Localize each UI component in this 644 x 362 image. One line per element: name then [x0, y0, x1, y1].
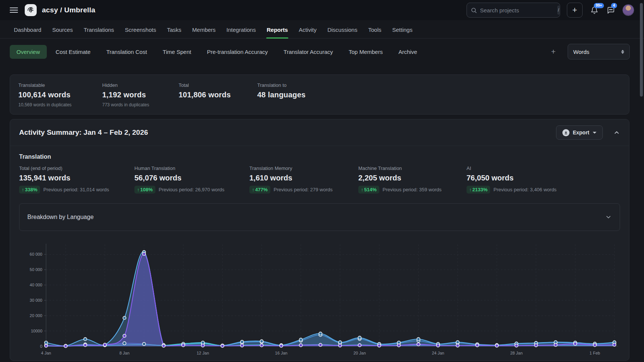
summary-stat-value: 101,806 words	[179, 91, 257, 99]
search-box[interactable]: /	[467, 3, 560, 18]
nav-tab-screenshots[interactable]: Screenshots	[125, 27, 157, 38]
previous-period-text: Previous period: 359 words	[383, 187, 442, 192]
svg-text:24 Jan: 24 Jan	[432, 351, 444, 355]
nav-tab-integrations[interactable]: Integrations	[226, 27, 256, 38]
nav-tab-sources[interactable]: Sources	[52, 27, 73, 38]
summary-stat-note: 773 words in duplicates	[102, 102, 179, 107]
svg-text:12 Jan: 12 Jan	[197, 351, 209, 355]
series-purple-marker	[260, 344, 263, 347]
series-purple-marker	[182, 344, 185, 347]
notifications-button[interactable]: 99+	[589, 5, 599, 15]
subtab-cost-estimate[interactable]: Cost Estimate	[49, 45, 97, 59]
increase-arrow-icon: ↑	[361, 187, 364, 192]
summary-stat: Translation to48 languages	[257, 82, 621, 107]
translation-stat-value: 135,941 words	[19, 174, 134, 182]
export-button[interactable]: Export	[556, 125, 603, 140]
translation-stat-label: Translation Memory	[249, 165, 358, 171]
svg-text:60 000: 60 000	[30, 252, 42, 256]
word-summary-card: Translatable100,614 words10,569 words in…	[10, 74, 629, 115]
delta-value: 514%	[364, 187, 377, 192]
svg-text:0: 0	[40, 344, 42, 349]
page-scrollbar[interactable]	[640, 3, 643, 97]
user-avatar[interactable]	[622, 4, 634, 16]
series-sky-blue-marker	[358, 336, 361, 339]
nav-tab-activity[interactable]: Activity	[298, 27, 317, 38]
series-purple-marker	[534, 344, 537, 347]
series-sky-blue-marker	[319, 332, 322, 335]
download-icon	[562, 129, 569, 136]
messages-button[interactable]: 4	[606, 5, 616, 15]
project-title: acsy / Umbrella	[42, 6, 95, 14]
svg-text:4 Jan: 4 Jan	[41, 351, 51, 355]
subtab-top-members[interactable]: Top Members	[342, 45, 389, 59]
previous-period-text: Previous period: 279 words	[274, 187, 333, 192]
add-report-button[interactable]: +	[547, 46, 560, 58]
subtab-time-spent[interactable]: Time Spent	[156, 45, 198, 59]
nav-tab-reports[interactable]: Reports	[266, 27, 288, 38]
breakdown-by-language-panel[interactable]: Breakdown by Language	[19, 203, 620, 231]
series-sky-blue-marker	[240, 340, 243, 343]
nav-tab-dashboard[interactable]: Dashboard	[13, 27, 42, 38]
series-purple-marker	[437, 344, 440, 347]
activity-chart-svg: 01000020 00030 00040 00050 00060 0004 Ja…	[17, 239, 626, 361]
series-purple-marker	[143, 252, 146, 255]
series-purple-marker	[574, 342, 577, 345]
series-purple-marker	[162, 344, 165, 347]
nav-tab-tasks[interactable]: Tasks	[167, 27, 182, 38]
summary-stat-label: Hidden	[102, 82, 179, 88]
delta-pill: ↑477%	[249, 186, 270, 194]
main-nav: DashboardSourcesTranslationsScreenshotsT…	[0, 20, 644, 39]
nav-tab-tools[interactable]: Tools	[368, 27, 382, 38]
increase-arrow-icon: ↑	[137, 187, 140, 192]
nav-tab-settings[interactable]: Settings	[392, 27, 413, 38]
translation-section-title: Translation	[10, 146, 629, 160]
series-purple-marker	[515, 344, 518, 347]
app-logo-icon[interactable]	[25, 4, 37, 16]
nav-tab-translations[interactable]: Translations	[83, 27, 114, 38]
nav-tab-members[interactable]: Members	[192, 27, 216, 38]
previous-period-text: Previous period: 31,014 words	[43, 187, 109, 192]
activity-header: Activity Summary: Jan 4 – Feb 2, 2026 Ex…	[10, 119, 629, 146]
subtab-pre-translation-accuracy[interactable]: Pre-translation Accuracy	[200, 45, 275, 59]
search-input[interactable]	[480, 7, 555, 13]
menu-icon[interactable]	[10, 7, 18, 13]
subtab-translator-accuracy[interactable]: Translator Accuracy	[277, 45, 340, 59]
subtab-overview[interactable]: Overview	[10, 45, 47, 59]
series-purple-marker	[417, 343, 420, 346]
svg-text:20 Jan: 20 Jan	[353, 351, 366, 355]
activity-title: Activity Summary: Jan 4 – Feb 2, 2026	[19, 128, 148, 137]
svg-text:8 Jan: 8 Jan	[119, 351, 130, 355]
chevron-up-icon	[613, 129, 620, 136]
notifications-badge: 99+	[594, 3, 604, 8]
messages-badge: 4	[611, 3, 617, 8]
delta-value: 477%	[255, 187, 268, 192]
delta-pill: ↑2133%	[467, 186, 490, 194]
series-purple-marker	[201, 344, 204, 347]
series-purple-marker	[613, 343, 616, 346]
series-steel-blue-marker	[123, 342, 126, 345]
translation-stat-value: 56,076 words	[134, 174, 249, 182]
summary-stat-value: 1,192 words	[102, 91, 179, 99]
series-purple-marker	[495, 344, 498, 347]
nav-tab-discussions[interactable]: Discussions	[327, 27, 358, 38]
svg-text:20 000: 20 000	[30, 313, 42, 318]
subtab-translation-cost[interactable]: Translation Cost	[100, 45, 154, 59]
activity-chart: 01000020 00030 00040 00050 00060 0004 Ja…	[17, 239, 625, 361]
series-purple-marker	[103, 343, 106, 346]
series-purple-marker	[221, 344, 224, 347]
collapse-button[interactable]	[613, 129, 620, 136]
subtab-archive[interactable]: Archive	[392, 45, 424, 59]
series-sky-blue-marker	[260, 340, 263, 343]
delta-value: 108%	[140, 187, 153, 192]
select-arrows-icon	[621, 50, 624, 54]
delta-value: 338%	[25, 187, 37, 192]
create-project-button[interactable]: +	[567, 3, 583, 18]
svg-text:30 000: 30 000	[30, 298, 42, 302]
breakdown-label: Breakdown by Language	[27, 214, 94, 220]
summary-stat-label: Translatable	[18, 82, 102, 88]
series-steel-blue-marker	[143, 343, 146, 346]
series-purple-marker	[358, 344, 361, 347]
translation-stat-label: Machine Translation	[358, 165, 467, 171]
unit-select[interactable]: Words	[568, 44, 630, 60]
series-purple-marker	[240, 344, 243, 347]
